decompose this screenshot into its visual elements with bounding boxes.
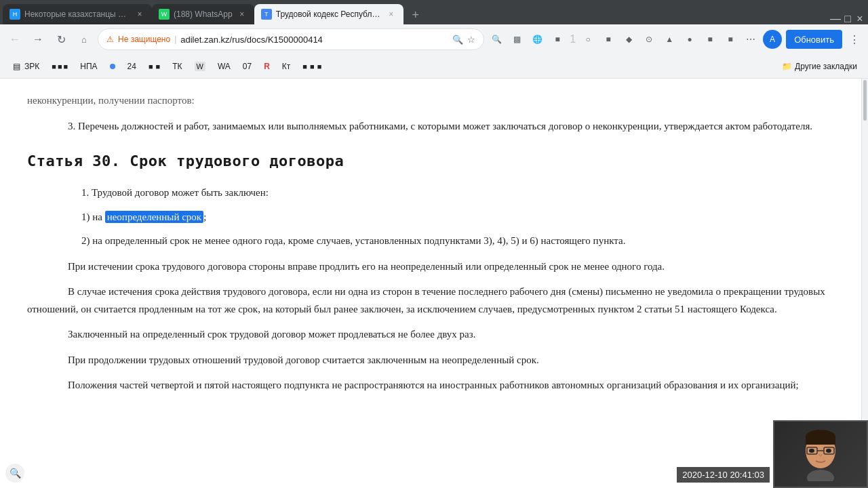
menu-button[interactable]: ⋮	[846, 31, 863, 47]
svg-point-6	[809, 449, 814, 453]
extensions-icon[interactable]: ⋯	[743, 31, 759, 47]
main-area: неконкуренции, получении паспортов: 3. П…	[0, 79, 868, 488]
item1-1: 1) на неопределенный срок;	[27, 209, 834, 226]
tab-2[interactable]: W (188) WhatsApp ×	[152, 4, 254, 24]
address-bar[interactable]: ⚠ Не защищено | adilet.zan.kz/rus/docs/K…	[98, 28, 484, 50]
page-content[interactable]: неконкуренции, получении паспортов: 3. П…	[0, 79, 861, 488]
bookmark-other[interactable]: 📁 Другие закладки	[776, 57, 863, 76]
tab-1-close[interactable]: ×	[134, 9, 145, 20]
bookmark-24[interactable]: 24	[122, 57, 142, 76]
tab-2-title: (188) WhatsApp	[174, 9, 233, 19]
bookmark-07-label: 07	[243, 62, 252, 71]
bm-dot3: ■	[156, 62, 161, 70]
address-bar-row: ← → ↻ ⌂ ⚠ Не защищено | adilet.zan.kz/ru…	[0, 24, 868, 54]
para-cont-4: При продолжении трудовых отношений трудо…	[27, 352, 834, 369]
star-icon[interactable]: ☆	[467, 35, 475, 45]
bm-icon-extra3: ■	[317, 62, 322, 70]
bookmark-tk-label: ТК	[172, 62, 182, 71]
bm-icon-c: ■	[64, 62, 68, 70]
tab-2-close[interactable]: ×	[237, 9, 248, 20]
ext-icon-9[interactable]: ■	[722, 31, 738, 47]
ext-icon-1[interactable]: ■	[549, 31, 566, 47]
bookmark-kt[interactable]: Кт	[277, 57, 296, 76]
bookmark-more-icons[interactable]: ■ ■ ■	[297, 57, 327, 76]
highlighted-term: неопределенный срок	[105, 211, 203, 223]
tab-bar: Н Некоторые казахстанцы не см... × W (18…	[0, 0, 868, 24]
bookmark-npa-label: НПА	[80, 62, 97, 71]
tab-3[interactable]: Т Трудовой кодекс Республики К... ×	[254, 4, 403, 24]
ext-icon-6[interactable]: ▲	[661, 31, 677, 47]
num-badge: 1	[570, 33, 576, 45]
bm-icon-extra: ■	[302, 62, 307, 70]
translate-icon[interactable]: 🌐	[529, 31, 545, 47]
bm-icon-a: ■	[52, 62, 56, 70]
bm-icon-extra2: ■	[310, 62, 315, 70]
bookmark-wa-label: WA	[218, 62, 231, 71]
ext-icon-2[interactable]: ○	[580, 31, 596, 47]
bookmark-r-label: R	[264, 62, 270, 71]
bookmark-kt-label: Кт	[282, 62, 291, 71]
update-button[interactable]: Обновить	[786, 30, 842, 49]
face-svg	[793, 427, 848, 481]
bookmark-dots2[interactable]: ■ ■	[143, 57, 165, 76]
timestamp: 2020-12-10 20:41:03	[677, 467, 770, 483]
tab-1-title: Некоторые казахстанцы не см...	[24, 9, 130, 19]
home-button[interactable]: ⌂	[75, 30, 94, 49]
zoom-icon[interactable]: 🔍	[488, 31, 505, 47]
bookmark-1-icon: ▤	[11, 61, 22, 72]
search-overlay-icon: 🔍	[9, 468, 21, 479]
bookmark-24-label: 24	[127, 62, 136, 71]
tab-1-favicon: Н	[9, 9, 20, 20]
forward-button[interactable]: →	[28, 30, 47, 49]
tab-3-close[interactable]: ×	[386, 9, 397, 20]
para-cont-5: Положения частей четвертой и пятой насто…	[27, 377, 834, 394]
svg-rect-2	[806, 436, 835, 445]
ext-icon-3[interactable]: ■	[600, 31, 616, 47]
tab-3-favicon: Т	[261, 9, 272, 20]
article-title: Статья 30. Срок трудового договора	[27, 148, 834, 174]
ext-icon-4[interactable]: ◆	[620, 31, 637, 47]
bookmark-icon-set[interactable]: ■ ■ ■	[46, 57, 73, 76]
tab-1[interactable]: Н Некоторые казахстанцы не см... ×	[3, 4, 152, 24]
reload-button[interactable]: ↻	[52, 30, 71, 49]
ext-icon-5[interactable]: ⊙	[641, 31, 657, 47]
new-tab-button[interactable]: +	[406, 5, 425, 24]
bookmark-tk[interactable]: ТК	[167, 57, 187, 76]
bookmark-dot[interactable]	[104, 57, 121, 76]
cast-icon[interactable]: ▩	[509, 31, 525, 47]
para-cont-1: При истечении срока трудового договора с…	[27, 258, 834, 276]
search-overlay-button[interactable]: 🔍	[5, 464, 24, 483]
minimize-button[interactable]: —	[830, 14, 841, 24]
profile-icon[interactable]: A	[763, 30, 782, 49]
maximize-button[interactable]: □	[842, 14, 853, 24]
bm-dot2: ■	[149, 62, 153, 70]
ext-icon-8[interactable]: ■	[702, 31, 718, 47]
bm-dot	[110, 64, 115, 69]
para-cont-3: Заключенный на определенный срок трудово…	[27, 326, 834, 344]
ext-icon-7[interactable]: ●	[682, 31, 698, 47]
security-icon: ⚠	[106, 35, 114, 44]
bookmark-wa[interactable]: W	[189, 57, 211, 76]
divider: |	[174, 35, 176, 44]
bookmark-wa2[interactable]: WA	[212, 57, 236, 76]
intro-text: неконкуренции, получении паспортов:	[27, 92, 834, 110]
bookmark-07[interactable]: 07	[237, 57, 257, 76]
bookmark-1[interactable]: ▤ ЗРК	[5, 57, 45, 76]
bm-wa-icon: W	[195, 62, 205, 71]
page-text: неконкуренции, получении паспортов: 3. П…	[27, 92, 834, 394]
bookmark-r[interactable]: R	[258, 57, 275, 76]
bookmark-npa[interactable]: НПА	[75, 57, 102, 76]
scroll-thumb[interactable]	[863, 80, 867, 121]
bookmark-1-label: ЗРК	[24, 62, 39, 71]
bm-icon-b: ■	[58, 62, 62, 70]
search-icon: 🔍	[452, 35, 463, 45]
item1-intro: 1. Трудовой договор может быть заключен:	[27, 184, 834, 202]
back-button[interactable]: ←	[5, 30, 24, 49]
tab-3-title: Трудовой кодекс Республики К...	[276, 9, 382, 19]
browser-window: Н Некоторые казахстанцы не см... × W (18…	[0, 0, 868, 488]
window-controls: — □ ×	[830, 14, 865, 24]
bookmarks-bar: ▤ ЗРК ■ ■ ■ НПА 24 ■ ■ ТК W WA	[0, 54, 868, 79]
url-text: adilet.zan.kz/rus/docs/K1500000414	[180, 35, 448, 45]
svg-point-7	[826, 449, 831, 453]
close-button[interactable]: ×	[854, 14, 865, 24]
